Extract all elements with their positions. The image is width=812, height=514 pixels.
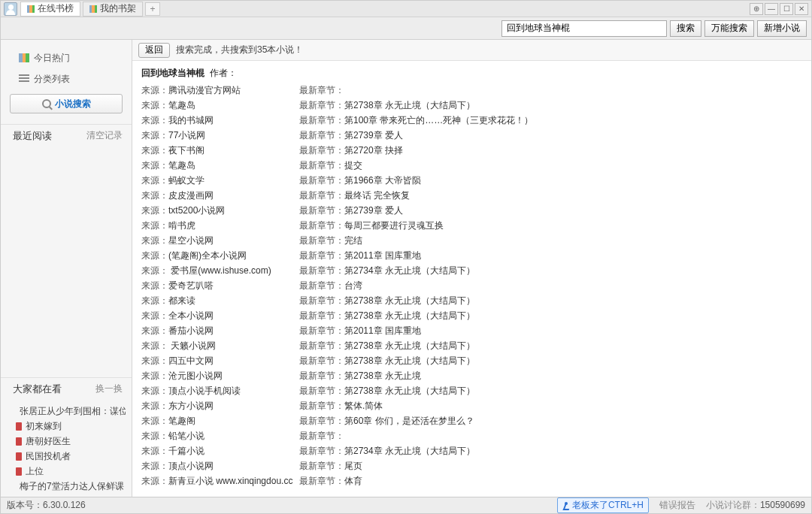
result-row[interactable]: 来源：全本小说网最新章节：第2738章 永无止境（大结局下） <box>141 308 802 323</box>
list-item[interactable]: 张居正从少年到围相：谋位 <box>16 404 126 419</box>
result-row[interactable]: 来源：东方小说网最新章节：繁体.简体 <box>141 398 802 413</box>
chapter-cell: 最新章节：第2739章 爱人 <box>299 204 802 217</box>
minimize-icon[interactable]: — <box>765 3 778 15</box>
chapter-cell: 最新章节：繁体.简体 <box>299 400 802 413</box>
group-label: 小说讨论群： <box>706 500 760 510</box>
source-cell: 来源：四五中文网 <box>141 355 299 367</box>
new-novel-button[interactable]: 新增小说 <box>757 20 807 37</box>
list-icon <box>19 74 29 83</box>
list-item[interactable]: 梅子的7堂活力达人保鲜课： <box>16 479 126 494</box>
book-title: 唐朝好医生 <box>26 435 71 448</box>
result-row[interactable]: 来源：(笔趣阁)全本小说网最新章节：第2011章 国库重地 <box>141 248 802 263</box>
source-cell: 来源：皮皮漫画网 <box>141 189 299 202</box>
chapter-cell: 最新章节：第100章 带来死亡的……死神（三更求花花！） <box>299 114 802 127</box>
boss-key-button[interactable]: 老板来了CTRL+H <box>557 497 649 513</box>
result-row[interactable]: 来源：四五中文网最新章节：第2738章 永无止境（大结局下） <box>141 353 802 368</box>
run-icon <box>562 502 570 509</box>
list-item[interactable]: 民国投机者 <box>16 449 126 464</box>
chapter-cell: 最新章节：第2738章 永无止境（大结局下） <box>299 340 802 352</box>
source-cell: 来源：笔趣阁 <box>141 415 299 428</box>
result-row[interactable]: 来源：77小说网最新章节：第2739章 爱人 <box>141 128 802 143</box>
sidebar-item-category[interactable]: 分类列表 <box>1 68 132 89</box>
source-cell: 来源：铅笔小说 <box>141 430 299 443</box>
chapter-cell: 最新章节：第2738章 永无止境（大结局下） <box>299 99 802 112</box>
search-icon <box>42 99 51 108</box>
chapter-cell: 最新章节：第2738章 永无止境 <box>299 370 802 382</box>
chapter-cell: 最新章节： <box>299 84 802 97</box>
list-item[interactable]: 初来嫁到 <box>16 419 126 434</box>
back-button[interactable]: 返回 <box>138 43 170 58</box>
source-cell: 来源：腾讯动漫官方网站 <box>141 84 299 97</box>
bug-report-link[interactable]: 错误报告 <box>659 499 695 512</box>
source-cell: 来源：(笔趣阁)全本小说网 <box>141 249 299 262</box>
chapter-cell: 最新章节：台湾 <box>299 280 802 292</box>
result-row[interactable]: 来源：都来读最新章节：第2738章 永无止境（大结局下） <box>141 293 802 308</box>
book-title: 张居正从少年到围相：谋位 <box>20 405 126 418</box>
avatar[interactable] <box>4 2 17 16</box>
result-row[interactable]: 来源：txt5200小说网最新章节：第2739章 爱人 <box>141 203 802 218</box>
chapter-cell: 最新章节：第2739章 爱人 <box>299 129 802 142</box>
result-row[interactable]: 来源：笔趣岛最新章节：第2738章 永无止境（大结局下） <box>141 98 802 113</box>
sidebar: 今日热门 分类列表 小说搜索 最近阅读 清空记录 大家都在看 换一换 <box>1 40 132 497</box>
chapter-cell: 最新章节：尾页 <box>299 460 802 473</box>
source-cell: 来源：星空小说网 <box>141 234 299 247</box>
titlebar: 在线书榜 我的书架 + ⊕ — ☐ ✕ <box>1 1 811 17</box>
result-row[interactable]: 来源：铅笔小说最新章节： <box>141 428 802 443</box>
novel-title: 回到地球当神棍 <box>141 68 205 78</box>
chapter-cell: 最新章节：第2734章 永无止境（大结局下） <box>299 265 802 277</box>
bars-icon <box>89 5 97 13</box>
tab-my-shelf[interactable]: 我的书架 <box>83 2 143 17</box>
result-row[interactable]: 来源：顶点小说手机阅读最新章节：第2738章 永无止境（大结局下） <box>141 383 802 398</box>
source-cell: 来源：千篇小说 <box>141 445 299 458</box>
everyone-reading-header: 大家都在看 换一换 <box>1 377 132 401</box>
result-row[interactable]: 来源：爱奇艺叭嗒最新章节：台湾 <box>141 278 802 293</box>
results-list[interactable]: 来源：腾讯动漫官方网站最新章节：来源：笔趣岛最新章节：第2738章 永无止境（大… <box>132 83 811 497</box>
novel-search-button[interactable]: 小说搜索 <box>10 94 123 113</box>
tab-online-ranking[interactable]: 在线书榜 <box>20 2 80 17</box>
source-cell: 来源：番茄小说网 <box>141 325 299 337</box>
swap-link[interactable]: 换一换 <box>95 382 123 396</box>
search-input[interactable] <box>501 20 667 37</box>
list-item[interactable]: 唐朝好医生 <box>16 434 126 449</box>
book-title: 上位 <box>26 465 44 478</box>
source-cell: 来源：我的书城网 <box>141 114 299 127</box>
win-tool-icon[interactable]: ⊕ <box>750 3 763 15</box>
result-row[interactable]: 来源：夜下书阁最新章节：第2720章 抉择 <box>141 143 802 158</box>
chapter-cell: 最新章节：第2011章 国库重地 <box>299 249 802 262</box>
result-row[interactable]: 来源：星空小说网最新章节：完结 <box>141 233 802 248</box>
hot-icon <box>19 53 29 62</box>
result-row[interactable]: 来源：我的书城网最新章节：第100章 带来死亡的……死神（三更求花花！） <box>141 113 802 128</box>
result-row[interactable]: 来源： 天籁小说网最新章节：第2738章 永无止境（大结局下） <box>141 338 802 353</box>
group-number: 150590699 <box>760 500 805 510</box>
source-cell: 来源：沧元图小说网 <box>141 370 299 382</box>
result-row[interactable]: 来源：顶点小说网最新章节：尾页 <box>141 458 802 473</box>
tab-add-button[interactable]: + <box>145 2 160 16</box>
chapter-cell: 最新章节：第1966章 大帝皆陨 <box>299 174 802 187</box>
chapter-cell: 最新章节：第60章 你们，是还活在梦里么？ <box>299 415 802 428</box>
result-row[interactable]: 来源：沧元图小说网最新章节：第2738章 永无止境 <box>141 368 802 383</box>
book-title: 梅子的7堂活力达人保鲜课： <box>20 480 126 493</box>
list-item[interactable]: 上位 <box>16 464 126 479</box>
result-row[interactable]: 来源：番茄小说网最新章节：第2011章 国库重地 <box>141 323 802 338</box>
novel-search-label: 小说搜索 <box>55 98 91 110</box>
result-row[interactable]: 来源：皮皮漫画网最新章节：最终话 完全恢复 <box>141 188 802 203</box>
source-cell: 来源：啃书虎 <box>141 219 299 232</box>
maximize-icon[interactable]: ☐ <box>780 3 793 15</box>
result-row[interactable]: 来源： 爱书屋(www.ishuse.com)最新章节：第2734章 永无止境（… <box>141 263 802 278</box>
result-row[interactable]: 来源：新青豆小说 www.xinqingdou.cc最新章节：体育 <box>141 473 802 488</box>
result-row[interactable]: 来源：笔趣岛最新章节：提交 <box>141 158 802 173</box>
clear-history-link[interactable]: 清空记录 <box>86 129 123 143</box>
result-row[interactable]: 来源：蚂蚁文学最新章节：第1966章 大帝皆陨 <box>141 173 802 188</box>
result-row[interactable]: 来源：笔趣阁最新章节：第60章 你们，是还活在梦里么？ <box>141 413 802 428</box>
full-search-button[interactable]: 万能搜索 <box>704 20 754 37</box>
result-row[interactable]: 来源：腾讯动漫官方网站最新章节： <box>141 83 802 98</box>
result-row[interactable]: 来源：千篇小说最新章节：第2734章 永无止境（大结局下） <box>141 443 802 458</box>
result-row[interactable]: 来源：啃书虎最新章节：每周三都要进行灵魂互换 <box>141 218 802 233</box>
book-list: 张居正从少年到围相：谋位初来嫁到唐朝好医生民国投机者上位梅子的7堂活力达人保鲜课… <box>1 401 132 497</box>
source-cell: 来源：笔趣岛 <box>141 99 299 112</box>
bars-icon <box>27 5 35 13</box>
sidebar-item-hot[interactable]: 今日热门 <box>1 47 132 68</box>
close-icon[interactable]: ✕ <box>795 3 808 15</box>
source-cell: 来源：爱奇艺叭嗒 <box>141 280 299 292</box>
search-button[interactable]: 搜索 <box>670 20 701 37</box>
